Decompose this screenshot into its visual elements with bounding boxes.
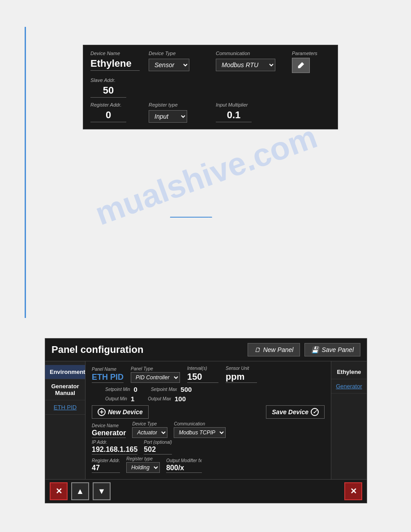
new-device-label: New Device — [108, 408, 143, 416]
output-max-item: Output Max 100 — [148, 395, 186, 403]
top-device-type-col: Device Type Sensor Actuator — [149, 51, 207, 71]
panel-type-col: Panel Type PID Controller Monitor — [131, 366, 180, 383]
setpoint-max-label: Setpoint Max — [151, 387, 177, 392]
setpoint-row: Setpoint Min 0 Setpoint Max 500 — [92, 386, 325, 393]
top-device-type-label: Device Type — [149, 51, 207, 56]
device-form-row1: Device Name Generator Device Type Actuat… — [92, 421, 325, 438]
interval-col: Interval(s) 150 — [187, 366, 218, 383]
device-form-row3: Register Addr. 47 Register type Holding … — [92, 456, 325, 473]
sidebar-eth-pid-label: ETH PID — [54, 404, 77, 411]
sidebar-item-generator-manual[interactable]: Generator Manual — [45, 379, 85, 400]
close-right-icon: ✕ — [350, 486, 357, 496]
top-edit-button[interactable] — [292, 58, 310, 73]
panel-body: Environment Generator Manual ETH PID Pan… — [45, 361, 367, 479]
setpoint-max-item: Setpoint Max 500 — [151, 386, 192, 393]
panel-config-title: Panel configuration — [51, 344, 243, 356]
sidebar-environment-label: Environment — [50, 369, 85, 375]
close-icon: ✕ — [56, 486, 62, 496]
sensor-unit-value: ppm — [226, 372, 257, 383]
new-panel-button[interactable]: 🗋 New Panel — [248, 343, 300, 356]
setpoint-min-item: Setpoint Min 0 — [105, 386, 137, 393]
save-panel-icon: 💾 — [311, 346, 319, 353]
reg-type-col: Register type Input Holding — [149, 102, 207, 123]
new-panel-label: New Panel — [263, 346, 294, 353]
panel-type-select[interactable]: PID Controller Monitor — [131, 372, 180, 383]
port-label: Port (optional) — [144, 440, 172, 445]
save-device-label: Save Device — [272, 408, 308, 416]
top-communication-col: Communication Modbus RTU Modbus TCPIP — [216, 51, 283, 71]
top-panel: Device Name Ethylene Device Type Sensor … — [83, 45, 338, 129]
sidebar-item-environment[interactable]: Environment — [45, 365, 85, 379]
save-panel-label: Save Panel — [321, 346, 354, 353]
device-reg-type-select[interactable]: Holding Input — [126, 462, 160, 473]
up-button[interactable]: ▲ — [71, 482, 89, 500]
setpoint-min-value: 0 — [134, 386, 137, 393]
port-value: 502 — [144, 446, 172, 455]
down-icon: ▼ — [98, 487, 106, 496]
output-modifier-label: Output Modifter fx — [166, 458, 201, 463]
output-row: Output Min 1 Output Max 100 — [92, 395, 325, 403]
new-panel-icon: 🗋 — [254, 346, 261, 353]
save-device-button[interactable]: Save Device ✓ — [266, 405, 325, 419]
left-sidebar: Environment Generator Manual ETH PID — [45, 361, 86, 479]
left-border — [25, 27, 26, 318]
panel-form-row1: Panel Name ETH PID Panel Type PID Contro… — [92, 366, 325, 383]
output-min-item: Output Min 1 — [105, 395, 134, 403]
setpoint-max-value: 500 — [180, 386, 192, 393]
top-communication-label: Communication — [216, 51, 283, 56]
interval-value: 150 — [187, 372, 218, 383]
right-generator-label: Generator — [336, 383, 362, 390]
down-button[interactable]: ▼ — [93, 482, 111, 500]
top-communication-select[interactable]: Modbus RTU Modbus TCPIP — [216, 59, 275, 71]
panel-name-col: Panel Name ETH PID — [92, 367, 124, 383]
device-type-field: Device Type Actuator Sensor — [132, 421, 167, 438]
output-max-label: Output Max — [148, 396, 171, 401]
bottom-control-bar: ✕ ▲ ▼ ✕ — [45, 479, 367, 503]
device-type-label: Device Type — [132, 421, 167, 426]
reg-addr-value: 0 — [90, 109, 126, 122]
output-min-value: 1 — [131, 395, 134, 403]
slave-addr-row: Slave Addr. 50 — [90, 77, 330, 98]
output-modifier-field: Output Modifter fx 800/x — [166, 458, 201, 473]
top-device-type-select[interactable]: Sensor Actuator — [149, 59, 189, 71]
plus-icon: + — [98, 408, 106, 416]
slave-addr-label: Slave Addr. — [90, 77, 330, 83]
right-sidebar-generator[interactable]: Generator — [331, 379, 367, 394]
center-content: Panel Name ETH PID Panel Type PID Contro… — [86, 361, 331, 479]
middle-link[interactable]: ____________ — [170, 210, 212, 218]
register-row: Register Addr. 0 Register type Input Hol… — [90, 102, 330, 123]
new-device-button[interactable]: + New Device — [92, 405, 149, 419]
output-max-value: 100 — [175, 395, 186, 403]
slave-addr-value: 50 — [90, 85, 126, 98]
input-mult-label: Input Multiplier — [216, 102, 283, 107]
device-communication-field: Communication Modbus TCPIP Modbus RTU — [174, 421, 226, 438]
save-panel-button[interactable]: 💾 Save Panel — [304, 343, 360, 356]
sensor-unit-label: Sensor Unit — [226, 366, 257, 371]
device-reg-type-field: Register type Holding Input — [126, 456, 160, 473]
close-button[interactable]: ✕ — [50, 482, 68, 500]
device-type-select[interactable]: Actuator Sensor — [132, 427, 167, 438]
panel-type-label: Panel Type — [131, 366, 180, 371]
device-name-label: Device Name — [92, 423, 126, 428]
right-ethylene-label: Ethylene — [337, 369, 361, 375]
right-sidebar-ethylene[interactable]: Ethylene — [331, 365, 367, 379]
up-icon: ▲ — [76, 487, 84, 496]
reg-type-select[interactable]: Input Holding — [149, 110, 187, 123]
reg-addr-label: Register Addr. — [90, 102, 140, 107]
sidebar-generator-label: Generator Manual — [51, 383, 79, 396]
new-device-bar: + New Device Save Device ✓ — [92, 405, 325, 419]
panel-name-label: Panel Name — [92, 367, 124, 372]
sidebar-item-eth-pid[interactable]: ETH PID — [45, 400, 85, 415]
ip-addr-value: 192.168.1.165 — [92, 446, 137, 455]
input-mult-value: 0.1 — [216, 109, 252, 122]
bottom-panel: Panel configuration 🗋 New Panel 💾 Save P… — [45, 338, 367, 503]
input-mult-col: Input Multiplier 0.1 — [216, 102, 283, 122]
interval-label: Interval(s) — [187, 366, 218, 371]
close-right-button[interactable]: ✕ — [344, 482, 362, 500]
device-communication-label: Communication — [174, 421, 226, 426]
sensor-unit-col: Sensor Unit ppm — [226, 366, 257, 383]
top-parameters-label: Parameters — [292, 51, 319, 56]
device-communication-select[interactable]: Modbus TCPIP Modbus RTU — [174, 427, 226, 438]
panel-config-header: Panel configuration 🗋 New Panel 💾 Save P… — [45, 339, 367, 361]
device-form-row2: IP Addr. 192.168.1.165 Port (optional) 5… — [92, 440, 325, 455]
